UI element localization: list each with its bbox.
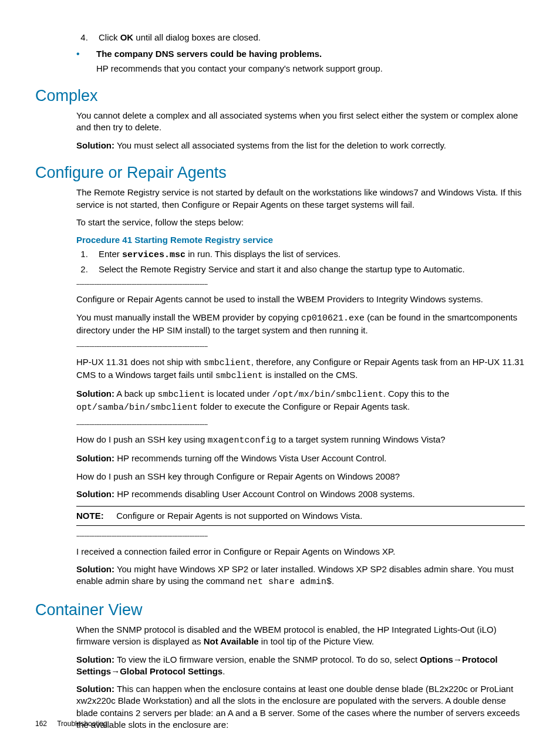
- heading-cra: Configure or Repair Agents: [35, 162, 525, 183]
- proc-step-2: Select the Remote Registry Service and s…: [90, 264, 525, 275]
- bullet-dns: • The company DNS servers could be havin…: [76, 48, 525, 60]
- cra-p1: The Remote Registry service is not start…: [76, 187, 525, 211]
- cra-blk4-q2: How do I push an SSH key through Configu…: [76, 471, 525, 482]
- page-footer: 162 Troubleshooting: [35, 719, 107, 728]
- heading-container-view: Container View: [35, 599, 525, 620]
- complex-p1: You cannot delete a complex and all asso…: [76, 110, 525, 134]
- note-box: NOTE: Configure or Repair Agents is not …: [76, 506, 525, 526]
- cra-blk2-p2: You must manually install the WBEM provi…: [76, 312, 525, 337]
- footer-section: Troubleshooting: [57, 720, 107, 728]
- top-continuation: Click OK until all dialog boxes are clos…: [76, 32, 525, 75]
- cra-blk5-sol: Solution: You might have Windows XP SP2 …: [76, 563, 525, 589]
- separator: ----------------------------------------…: [76, 280, 525, 288]
- cv-sol1: Solution: To view the iLO firmware versi…: [76, 654, 525, 678]
- cra-p2: To start the service, follow the steps b…: [76, 217, 525, 228]
- bullet-dns-desc: HP recommends that you contact your comp…: [96, 63, 525, 75]
- procedure-title: Procedure 41 Starting Remote Registry se…: [76, 234, 525, 246]
- complex-solution: Solution: You must select all associated…: [76, 140, 525, 151]
- note-text: Configure or Repair Agents is not suppor…: [116, 511, 362, 521]
- cv-sol2: Solution: This can happen when the enclo…: [76, 683, 525, 731]
- complex-body: You cannot delete a complex and all asso…: [76, 110, 525, 151]
- page-number: 162: [35, 719, 47, 728]
- cv-body: When the SNMP protocol is disabled and t…: [76, 624, 525, 731]
- cra-blk4-q1: How do I push an SSH key using mxagentco…: [76, 434, 525, 447]
- cra-blk3-sol: Solution: A back up smbclient is located…: [76, 388, 525, 414]
- cra-blk3-p1: HP-UX 11.31 does not ship with smbclient…: [76, 356, 525, 383]
- heading-complex: Complex: [35, 85, 525, 106]
- separator: ----------------------------------------…: [76, 420, 525, 428]
- bullet-icon: •: [76, 48, 96, 60]
- cra-body: The Remote Registry service is not start…: [76, 187, 525, 588]
- separator: ----------------------------------------…: [76, 532, 525, 540]
- cra-blk4-sol1: Solution: HP recommends turning off the …: [76, 453, 525, 464]
- cra-blk4-sol2: Solution: HP recommends disabling User A…: [76, 488, 525, 500]
- step-4: Click OK until all dialog boxes are clos…: [90, 32, 525, 43]
- cra-blk2-p1: Configure or Repair Agents cannot be use…: [76, 293, 525, 305]
- note-label: NOTE:: [76, 510, 114, 522]
- cv-p1: When the SNMP protocol is disabled and t…: [76, 624, 525, 648]
- cra-blk5-p1: I received a connection failed error in …: [76, 546, 525, 558]
- proc-step-1: Enter services.msc in run. This displays…: [90, 248, 525, 261]
- separator: ----------------------------------------…: [76, 342, 525, 350]
